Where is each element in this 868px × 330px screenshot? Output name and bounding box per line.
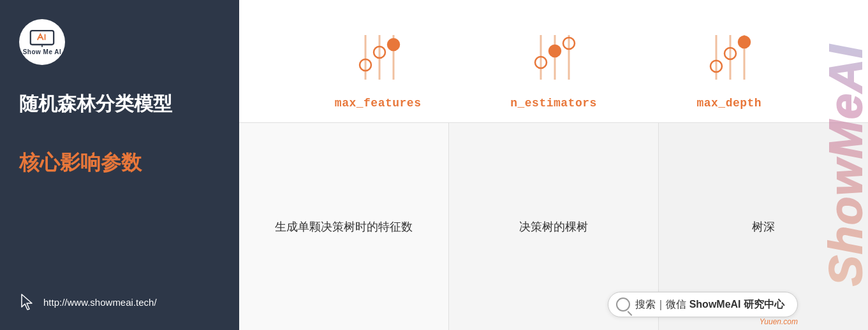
search-label: 搜索｜微信 bbox=[635, 299, 686, 310]
logo-circle: Show Me AI bbox=[19, 19, 65, 65]
bottom-link[interactable]: http://www.showmeai.tech/ bbox=[19, 293, 157, 311]
search-icon bbox=[616, 298, 630, 312]
param-label-n-estimators: n_estimators bbox=[510, 97, 597, 110]
search-bar-text: 搜索｜微信 ShowMeAI 研究中心 bbox=[635, 298, 784, 312]
logo-text: Show Me AI bbox=[23, 48, 62, 55]
slider-icon-n-estimators bbox=[522, 25, 585, 89]
logo-icon bbox=[29, 29, 55, 47]
svg-point-11 bbox=[388, 39, 399, 50]
desc-block-max-features: 生成单颗决策树时的特征数 bbox=[239, 123, 449, 330]
slider-icon-max-features bbox=[346, 25, 410, 89]
svg-point-16 bbox=[549, 45, 561, 57]
yuuen-tag: Yuuen.com bbox=[760, 317, 798, 326]
section-title: 核心影响参数 bbox=[19, 149, 220, 177]
content-area: ShowMeAI max_ bbox=[239, 0, 868, 330]
sidebar: Show Me AI 随机森林分类模型 核心影响参数 http://www.sh… bbox=[0, 0, 239, 330]
param-block-max-depth: max_depth bbox=[642, 25, 817, 110]
brand-name: ShowMeAI 研究中心 bbox=[689, 299, 784, 310]
icons-row: max_features n_estimators bbox=[239, 0, 868, 122]
main-title: 随机森林分类模型 bbox=[19, 90, 220, 117]
search-bar[interactable]: 搜索｜微信 ShowMeAI 研究中心 bbox=[608, 292, 798, 317]
cursor-icon bbox=[19, 293, 37, 311]
link-text: http://www.showmeai.tech/ bbox=[43, 297, 157, 308]
param-label-max-features: max_features bbox=[335, 97, 422, 110]
svg-point-23 bbox=[739, 36, 750, 48]
param-block-max-features: max_features bbox=[290, 25, 466, 110]
param-block-n-estimators: n_estimators bbox=[466, 25, 641, 110]
logo-area: Show Me AI bbox=[19, 19, 220, 65]
slider-icon-max-depth bbox=[697, 25, 761, 89]
svg-marker-5 bbox=[22, 294, 32, 310]
param-label-max-depth: max_depth bbox=[696, 97, 761, 110]
